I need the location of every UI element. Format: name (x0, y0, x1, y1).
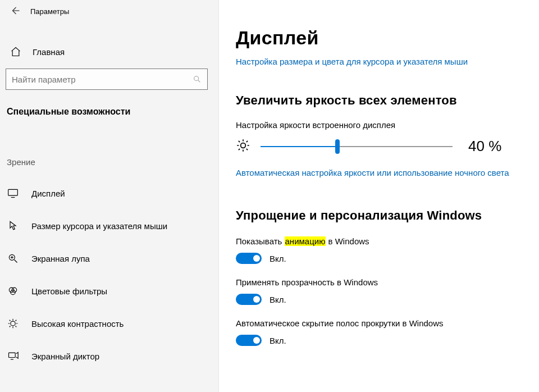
nav-item-label: Экранный диктор (31, 352, 99, 361)
svg-point-0 (194, 76, 199, 81)
brightness-section-title: Увеличить яркость всех элементов (236, 93, 522, 108)
highlight-animation: анимацию (285, 236, 326, 246)
option-autohide-scrollbars-label: Автоматическое скрытие полос прокрутки в… (236, 318, 522, 328)
nav-item-color-filters[interactable]: Цветовые фильтры (0, 275, 218, 307)
nav-item-label: Цветовые фильтры (31, 286, 107, 296)
sidebar: Параметры Главная Специальные возможност… (0, 0, 219, 392)
option-transparency-label: Применять прозрачность в Windows (236, 277, 522, 287)
narrator-icon (7, 350, 19, 362)
nav-item-label: Экранная лупа (31, 254, 90, 263)
brightness-slider[interactable] (261, 140, 453, 153)
toggle-state: Вкл. (270, 254, 286, 263)
cursor-icon (7, 220, 19, 232)
option-transparency: Вкл. (236, 294, 522, 305)
nav-home-label: Главная (33, 47, 65, 57)
toggle-knob (253, 296, 260, 303)
window-title: Параметры (30, 7, 69, 16)
search-input[interactable] (12, 75, 193, 84)
color-filters-icon (7, 285, 19, 297)
slider-thumb[interactable] (335, 139, 340, 154)
simplify-section-title: Упрощение и персонализация Windows (236, 208, 522, 223)
sidebar-group-title: Специальные возможности (0, 107, 218, 117)
toggle-state: Вкл. (270, 295, 286, 304)
svg-rect-1 (8, 189, 18, 195)
nav-item-magnifier[interactable]: Экранная лупа (0, 242, 218, 275)
toggle-knob (253, 337, 260, 344)
high-contrast-icon (7, 317, 19, 330)
back-button[interactable] (10, 6, 20, 17)
search-box[interactable] (6, 69, 208, 90)
nav-item-cursor[interactable]: Размер курсора и указателя мыши (0, 209, 218, 242)
nav-item-label: Размер курсора и указателя мыши (31, 221, 167, 231)
toggle-autohide-scrollbars[interactable] (236, 335, 262, 346)
toggle-state: Вкл. (270, 336, 286, 345)
home-icon (10, 46, 21, 57)
toggle-knob (253, 255, 260, 262)
sidebar-nav: Дисплей Размер курсора и указателя мыши … (0, 177, 218, 372)
slider-fill (261, 146, 337, 147)
sidebar-section-label: Зрение (0, 157, 218, 167)
nav-item-display[interactable]: Дисплей (0, 177, 218, 209)
nav-item-label: Высокая контрастность (31, 319, 124, 329)
brightness-control: 40 % (236, 138, 522, 155)
option-show-animations-label: Показывать анимацию в Windows (236, 236, 522, 246)
toggle-show-animations[interactable] (236, 253, 262, 264)
option-show-animations: Вкл. (236, 253, 522, 264)
nav-home[interactable]: Главная (0, 39, 218, 64)
auto-brightness-link[interactable]: Автоматическая настройка яркости или исп… (236, 166, 522, 179)
toggle-transparency[interactable] (236, 294, 262, 305)
search-icon (193, 75, 202, 84)
svg-point-8 (241, 143, 246, 148)
display-icon (7, 187, 19, 199)
brightness-label: Настройка яркости встроенного дисплея (236, 120, 522, 130)
option-autohide-scrollbars: Вкл. (236, 335, 522, 346)
brightness-value: 40 % (468, 138, 501, 155)
main-content: Дисплей Настройка размера и цвета для ку… (219, 0, 539, 392)
svg-point-6 (11, 321, 15, 326)
nav-item-high-contrast[interactable]: Высокая контрастность (0, 307, 218, 340)
cursor-settings-link[interactable]: Настройка размера и цвета для курсора и … (236, 57, 468, 66)
svg-rect-7 (9, 353, 16, 357)
magnifier-icon (7, 252, 19, 265)
nav-item-narrator[interactable]: Экранный диктор (0, 340, 218, 372)
nav-item-label: Дисплей (31, 189, 65, 198)
titlebar: Параметры (0, 0, 218, 20)
page-title: Дисплей (236, 27, 522, 49)
brightness-icon (236, 138, 250, 154)
